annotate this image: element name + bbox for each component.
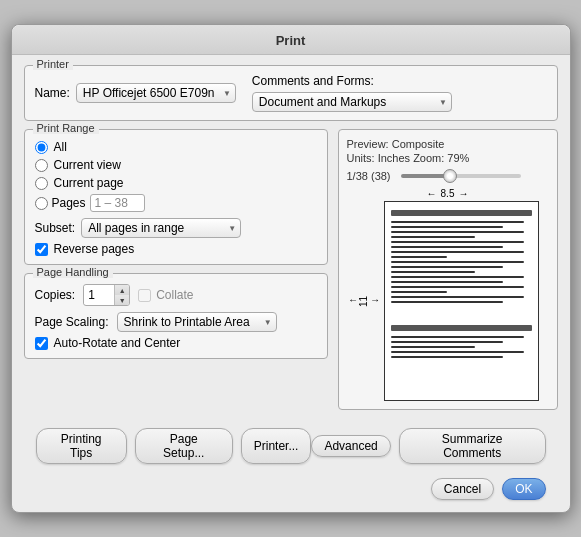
page-line bbox=[391, 301, 504, 303]
subset-selector[interactable]: All pages in range bbox=[81, 218, 241, 238]
copies-input[interactable] bbox=[84, 286, 114, 304]
page-line bbox=[391, 325, 532, 331]
radio-current-view[interactable]: Current view bbox=[35, 158, 317, 172]
radio-pages-input[interactable] bbox=[35, 197, 48, 210]
preview-title: Preview: Composite bbox=[347, 138, 549, 150]
printer-name-label: Name: bbox=[35, 86, 70, 100]
collate-label: Collate bbox=[156, 288, 193, 302]
page-line bbox=[391, 291, 447, 293]
radio-all-label: All bbox=[54, 140, 67, 154]
summarize-comments-button[interactable]: Summarize Comments bbox=[399, 428, 546, 464]
page-line bbox=[391, 296, 525, 298]
height-value: 11 bbox=[358, 295, 369, 306]
page-line bbox=[391, 221, 525, 223]
subset-label: Subset: bbox=[35, 221, 76, 235]
page-info: 1/38 (38) bbox=[347, 170, 391, 182]
radio-pages[interactable]: Pages bbox=[35, 194, 317, 212]
page-scaling-select[interactable]: Shrink to Printable Area bbox=[117, 312, 277, 332]
copies-spinner[interactable]: ▲ ▼ bbox=[83, 284, 130, 306]
printer-name-selector[interactable]: HP Officejet 6500 E709n bbox=[76, 83, 236, 103]
right-arrow-icon: → bbox=[458, 188, 468, 199]
page-line bbox=[391, 346, 476, 348]
page-line bbox=[391, 231, 525, 233]
radio-pages-label: Pages bbox=[52, 196, 86, 210]
page-line bbox=[391, 246, 504, 248]
radio-all-input[interactable] bbox=[35, 141, 48, 154]
advanced-button[interactable]: Advanced bbox=[311, 435, 390, 457]
page-line bbox=[391, 241, 525, 243]
page-preview-wrapper: ↑ 11 ↓ bbox=[347, 201, 549, 401]
footer-buttons: Printing Tips Page Setup... Printer... A… bbox=[24, 418, 558, 464]
printer-section: Printer Name: HP Officejet 6500 E709n Co… bbox=[24, 65, 558, 121]
page-scaling-label: Page Scaling: bbox=[35, 315, 109, 329]
footer-right-buttons: Advanced Summarize Comments bbox=[311, 428, 545, 464]
zoom-slider[interactable] bbox=[401, 174, 521, 178]
radio-all[interactable]: All bbox=[35, 140, 317, 154]
radio-current-view-label: Current view bbox=[54, 158, 121, 172]
pages-range-input[interactable] bbox=[90, 194, 145, 212]
page-line bbox=[391, 286, 525, 288]
preview-units: Units: Inches Zoom: 79% bbox=[347, 152, 549, 164]
print-dialog: Print Printer Name: HP Officejet 6500 E7… bbox=[11, 24, 571, 513]
print-range-label: Print Range bbox=[33, 122, 99, 134]
collate-checkbox[interactable] bbox=[138, 289, 151, 302]
page-line bbox=[391, 351, 525, 353]
printer-section-label: Printer bbox=[33, 58, 73, 70]
page-handling-label: Page Handling bbox=[33, 266, 113, 278]
spinner-up-btn[interactable]: ▲ bbox=[115, 285, 129, 295]
page-line bbox=[391, 271, 476, 273]
radio-current-page-label: Current page bbox=[54, 176, 124, 190]
page-scaling-selector[interactable]: Shrink to Printable Area bbox=[117, 312, 277, 332]
width-dimension-label: ← 8.5 → bbox=[347, 188, 549, 199]
page-line bbox=[391, 356, 504, 358]
page-line bbox=[391, 266, 504, 268]
footer-left-buttons: Printing Tips Page Setup... Printer... bbox=[36, 428, 312, 464]
cancel-button[interactable]: Cancel bbox=[431, 478, 494, 500]
subset-select[interactable]: All pages in range bbox=[81, 218, 241, 238]
page-line bbox=[391, 341, 504, 343]
dialog-title: Print bbox=[12, 25, 570, 55]
height-dimension-label: ↑ 11 ↓ bbox=[347, 201, 380, 401]
printer-button[interactable]: Printer... bbox=[241, 428, 312, 464]
radio-current-view-input[interactable] bbox=[35, 159, 48, 172]
page-line bbox=[391, 251, 525, 253]
comments-forms-selector[interactable]: Document and Markups bbox=[252, 92, 452, 112]
page-line bbox=[391, 281, 504, 283]
reverse-pages-label: Reverse pages bbox=[54, 242, 135, 256]
reverse-pages-checkbox[interactable] bbox=[35, 243, 48, 256]
page-line bbox=[391, 210, 532, 216]
width-value: 8.5 bbox=[441, 188, 455, 199]
radio-current-page-input[interactable] bbox=[35, 177, 48, 190]
page-handling-section: Page Handling Copies: ▲ ▼ Collat bbox=[24, 273, 328, 359]
page-line bbox=[391, 276, 525, 278]
page-line bbox=[391, 336, 525, 338]
ok-cancel-row: Cancel OK bbox=[24, 472, 558, 500]
ok-button[interactable]: OK bbox=[502, 478, 545, 500]
page-line bbox=[391, 236, 476, 238]
printer-name-select[interactable]: HP Officejet 6500 E709n bbox=[76, 83, 236, 103]
preview-section: Preview: Composite Units: Inches Zoom: 7… bbox=[338, 129, 558, 410]
page-preview bbox=[384, 201, 539, 401]
auto-rotate-checkbox[interactable] bbox=[35, 337, 48, 350]
radio-current-page[interactable]: Current page bbox=[35, 176, 317, 190]
page-setup-button[interactable]: Page Setup... bbox=[135, 428, 233, 464]
collate-row: Collate bbox=[138, 288, 193, 302]
title-text: Print bbox=[276, 33, 306, 48]
comments-forms-label: Comments and Forms: bbox=[252, 74, 452, 88]
spinner-buttons: ▲ ▼ bbox=[114, 285, 129, 305]
page-line bbox=[391, 261, 525, 263]
left-arrow-icon: ← bbox=[427, 188, 437, 199]
auto-rotate-label: Auto-Rotate and Center bbox=[54, 336, 181, 350]
page-line bbox=[391, 226, 504, 228]
print-range-section: Print Range All Current view Current bbox=[24, 129, 328, 265]
page-content-lines bbox=[385, 202, 538, 366]
comments-forms-select[interactable]: Document and Markups bbox=[252, 92, 452, 112]
copies-label: Copies: bbox=[35, 288, 76, 302]
page-line bbox=[391, 256, 447, 258]
spinner-down-btn[interactable]: ▼ bbox=[115, 295, 129, 305]
printing-tips-button[interactable]: Printing Tips bbox=[36, 428, 127, 464]
dimension-area: ← 8.5 → ↑ 11 ↓ bbox=[347, 188, 549, 401]
